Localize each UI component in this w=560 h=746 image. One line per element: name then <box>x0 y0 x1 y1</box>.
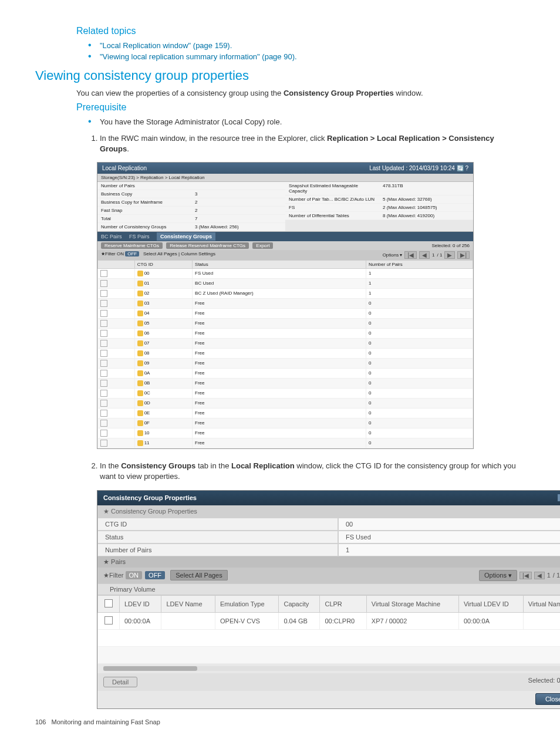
cell-ctg-id[interactable]: 03 <box>134 298 192 308</box>
horizontal-scrollbar[interactable] <box>103 666 560 671</box>
select-all-pages-button[interactable]: Select All Pages <box>170 570 228 580</box>
pairs-filter-off-button[interactable]: OFF <box>145 571 165 579</box>
tab-consistency-groups[interactable]: Consistency Groups <box>157 232 215 241</box>
table-row[interactable]: 03Free0 <box>98 298 473 308</box>
row-checkbox[interactable] <box>100 370 107 377</box>
summary-val: 7 <box>191 215 285 222</box>
col-pairs-check <box>98 595 120 612</box>
intro-bold: Consistency Group Properties <box>284 89 394 97</box>
cell-ctg-id[interactable]: 07 <box>134 338 192 348</box>
col-num-pairs: Number of Pairs <box>366 260 473 268</box>
cell-ctg-id[interactable]: 06 <box>134 328 192 338</box>
cell-ctg-id[interactable]: 02 <box>134 288 192 298</box>
col-emulation-type: Emulation Type <box>215 595 278 612</box>
table-row[interactable]: 0CFree0 <box>98 388 473 398</box>
cell-status: Free <box>193 348 366 358</box>
cell-num-pairs: 0 <box>366 428 473 438</box>
first-page-button[interactable]: |◀ <box>404 251 417 259</box>
row-checkbox[interactable] <box>100 420 107 427</box>
row-checkbox[interactable] <box>100 360 107 367</box>
table-row[interactable]: 07Free0 <box>98 338 473 348</box>
row-checkbox[interactable] <box>100 430 107 437</box>
cell-ctg-id[interactable]: 0B <box>134 378 192 388</box>
related-link-1[interactable]: "Local Replication window" (page 159). <box>100 41 232 50</box>
next-page-button[interactable]: ▶ <box>444 251 455 259</box>
cell-ctg-id[interactable]: 08 <box>134 348 192 358</box>
filter-on-button[interactable]: ON <box>117 251 124 256</box>
table-row[interactable]: 09Free0 <box>98 358 473 368</box>
cell-num-pairs: 0 <box>366 348 473 358</box>
table-row[interactable]: 06Free0 <box>98 328 473 338</box>
row-checkbox[interactable] <box>100 280 107 287</box>
row-checkbox[interactable] <box>100 340 107 347</box>
cell-ctg-id[interactable]: 0F <box>134 418 192 428</box>
cell-ctg-id[interactable]: 04 <box>134 308 192 318</box>
row-checkbox[interactable] <box>104 616 113 625</box>
row-checkbox[interactable] <box>100 290 107 297</box>
table-row[interactable]: 0AFree0 <box>98 368 473 378</box>
cell-ctg-id[interactable]: 00 <box>134 268 192 278</box>
table-row[interactable]: 05Free0 <box>98 318 473 328</box>
table-row[interactable]: 10Free0 <box>98 428 473 438</box>
table-row[interactable]: 0BFree0 <box>98 378 473 388</box>
related-topics-list: "Local Replication window" (page 159). "… <box>88 41 525 61</box>
export-button[interactable]: Export <box>252 242 273 249</box>
row-checkbox[interactable] <box>100 440 107 447</box>
cell-name <box>161 612 215 629</box>
table-row[interactable]: 0DFree0 <box>98 398 473 408</box>
release-reserved-mainframe-ctgs-button[interactable]: Release Reserved Mainframe CTGs <box>166 242 249 249</box>
table-row[interactable]: 08Free0 <box>98 348 473 358</box>
related-link-2[interactable]: "Viewing local replication summary infor… <box>100 52 297 61</box>
cell-ctg-id[interactable]: 01 <box>134 278 192 288</box>
detail-button[interactable]: Detail <box>103 677 137 687</box>
cell-ctg-id[interactable]: 05 <box>134 318 192 328</box>
help-icon[interactable]: ? <box>465 165 468 171</box>
row-checkbox[interactable] <box>100 300 107 307</box>
table-row[interactable]: 0FFree0 <box>98 418 473 428</box>
cell-ctg-id[interactable]: 09 <box>134 358 192 368</box>
pair-row[interactable]: 00:00:0A OPEN-V CVS 0.04 GB 00:CLPR0 XP7… <box>98 612 561 629</box>
filter-icon[interactable]: ⧉ <box>558 494 560 501</box>
row-checkbox[interactable] <box>100 390 107 397</box>
cell-status: Free <box>193 328 366 338</box>
table-row[interactable]: 02BC Z Used (RAID Manager)1 <box>98 288 473 298</box>
close-button[interactable]: Close <box>535 693 560 705</box>
filter-off-button[interactable]: OFF <box>125 251 139 256</box>
cell-ctg-id[interactable]: 11 <box>134 438 192 448</box>
row-checkbox[interactable] <box>100 270 107 277</box>
tab-fs-pairs[interactable]: FS Pairs <box>129 234 150 239</box>
table-row[interactable]: 11Free0 <box>98 438 473 448</box>
row-checkbox[interactable] <box>100 380 107 387</box>
page-total: / 1 <box>437 252 442 258</box>
cell-num-pairs: 0 <box>366 298 473 308</box>
prev-page-button[interactable]: ◀ <box>419 251 430 259</box>
options-dropdown[interactable]: Options ▾ <box>383 252 403 258</box>
cell-ctg-id[interactable]: 10 <box>134 428 192 438</box>
tab-bc-pairs[interactable]: BC Pairs <box>101 234 122 239</box>
filter-extra[interactable]: Select All Pages | Column Settings <box>143 251 215 256</box>
row-checkbox[interactable] <box>100 330 107 337</box>
pairs-prev-page-button[interactable]: ◀ <box>534 572 545 579</box>
table-row[interactable]: 00FS Used1 <box>98 268 473 278</box>
table-row[interactable]: 01BC Used1 <box>98 278 473 288</box>
row-checkbox[interactable] <box>100 320 107 327</box>
last-page-button[interactable]: ▶| <box>457 251 470 259</box>
cell-ctg-id[interactable]: 0C <box>134 388 192 398</box>
row-checkbox[interactable] <box>100 350 107 357</box>
table-row[interactable]: 04Free0 <box>98 308 473 318</box>
cell-ctg-id[interactable]: 0D <box>134 398 192 408</box>
row-checkbox[interactable] <box>100 410 107 417</box>
table-row[interactable]: 0EFree0 <box>98 408 473 418</box>
row-checkbox[interactable] <box>100 400 107 407</box>
row-checkbox[interactable] <box>100 310 107 317</box>
cell-ctg-id[interactable]: 0E <box>134 408 192 418</box>
refresh-icon[interactable]: 🔄 <box>457 165 464 171</box>
pairs-options-dropdown[interactable]: Options ▾ <box>479 570 517 581</box>
reserve-mainframe-ctgs-button[interactable]: Reserve Mainframe CTGs <box>101 242 163 249</box>
pairs-filter-on-button[interactable]: ON <box>126 571 143 579</box>
local-replication-window-screenshot: Local Replication Last Updated : 2014/03… <box>97 162 474 449</box>
ctg-icon <box>137 340 143 346</box>
header-checkbox[interactable] <box>104 599 113 607</box>
cell-ctg-id[interactable]: 0A <box>134 368 192 378</box>
pairs-first-page-button[interactable]: |◀ <box>519 572 532 579</box>
